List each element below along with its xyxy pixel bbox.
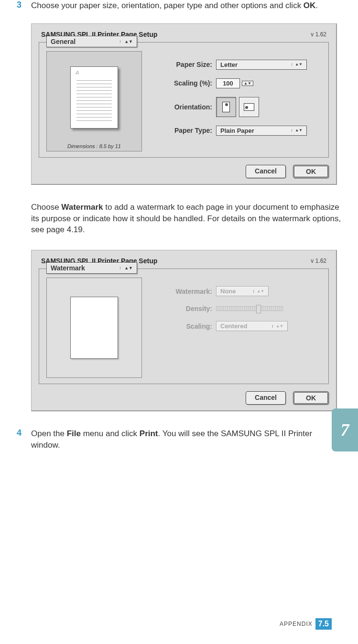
page-icon: A (70, 66, 118, 129)
watermark-label: Watermark: (152, 288, 216, 295)
step3-text-a: Choose your paper size, orientation, pap… (31, 1, 304, 10)
watermark-select[interactable]: None ▲▼ (216, 286, 269, 296)
tab-selector[interactable]: General ▲▼ (46, 36, 137, 47)
orientation-label: Orientation: (152, 103, 216, 111)
paper-size-label: Paper Size: (152, 61, 216, 68)
tab-label: Watermark (51, 264, 85, 272)
scaling-label: Scaling: (152, 322, 216, 330)
scaling-stepper[interactable]: ▲▼ (242, 81, 253, 86)
step-number: 3 (17, 0, 31, 11)
density-slider[interactable] (216, 306, 283, 311)
cancel-button[interactable]: Cancel (246, 391, 286, 405)
updown-icon: ▲▼ (253, 290, 264, 293)
page-preview: A Dimensions : 8.5 by 11 (46, 51, 142, 151)
page-footer: APPENDIX 7.5 (280, 618, 332, 630)
step3-bold: OK (304, 1, 316, 10)
cancel-button[interactable]: Cancel (246, 165, 286, 178)
scaling-label: Scaling (%): (152, 79, 216, 87)
page-setup-dialog-general: SAMSUNG SPL II Printer Page Setup v 1.62… (31, 23, 337, 185)
paper-type-value: Plain Paper (220, 127, 254, 134)
s4-bold2: Print (140, 429, 158, 438)
landscape-icon (244, 103, 254, 111)
updown-icon: ▲▼ (292, 63, 303, 66)
updown-icon: ▲▼ (120, 40, 133, 43)
page-preview (46, 278, 142, 378)
scaling-select[interactable]: Centered ▲▼ (216, 321, 288, 331)
step-4-text: Open the File menu and click Print. You … (31, 428, 341, 451)
s4-bold1: File (67, 429, 81, 438)
tab-selector[interactable]: Watermark ▲▼ (46, 262, 137, 274)
slider-thumb-icon (256, 305, 261, 313)
wm-bold: Watermark (61, 203, 103, 212)
chapter-side-tab: 7 (332, 408, 358, 451)
footer-chapter: 7. (318, 620, 325, 628)
step-number: 4 (17, 428, 31, 451)
updown-icon: ▲▼ (120, 267, 133, 269)
footer-page-box: 7.5 (315, 618, 332, 630)
paper-type-select[interactable]: Plain Paper ▲▼ (216, 126, 307, 136)
wm-text-a: Choose (31, 203, 61, 212)
watermark-paragraph: Choose Watermark to add a watermark to e… (31, 202, 341, 236)
page-icon (70, 297, 118, 359)
portrait-icon (222, 102, 230, 112)
s4-b: menu and click (81, 429, 140, 438)
tab-label: General (51, 38, 76, 45)
dialog-version: v 1.62 (311, 31, 326, 38)
dimensions-label: Dimensions : 8.5 by 11 (67, 143, 121, 149)
orientation-portrait-button[interactable] (216, 97, 236, 117)
step3-text-b: . (315, 1, 318, 10)
updown-icon: ▲▼ (292, 129, 303, 132)
s4-a: Open the (31, 429, 67, 438)
watermark-value: None (220, 288, 236, 295)
scaling-value: Centered (220, 322, 247, 330)
dialog-version: v 1.62 (311, 258, 326, 264)
paper-size-select[interactable]: Letter ▲▼ (216, 60, 307, 70)
scaling-input[interactable]: 100 (216, 78, 240, 88)
step-3-text: Choose your paper size, orientation, pap… (31, 0, 318, 11)
ok-button[interactable]: OK (293, 391, 329, 405)
orientation-landscape-button[interactable] (239, 97, 259, 117)
density-label: Density: (152, 305, 216, 312)
updown-icon: ▲▼ (272, 325, 283, 328)
page-setup-dialog-watermark: SAMSUNG SPL II Printer Page Setup v 1.62… (31, 250, 337, 411)
paper-type-label: Paper Type: (152, 127, 216, 134)
footer-appendix-label: APPENDIX (280, 621, 313, 627)
ok-button[interactable]: OK (293, 165, 329, 178)
footer-page: 5 (325, 620, 329, 628)
paper-size-value: Letter (220, 61, 238, 68)
